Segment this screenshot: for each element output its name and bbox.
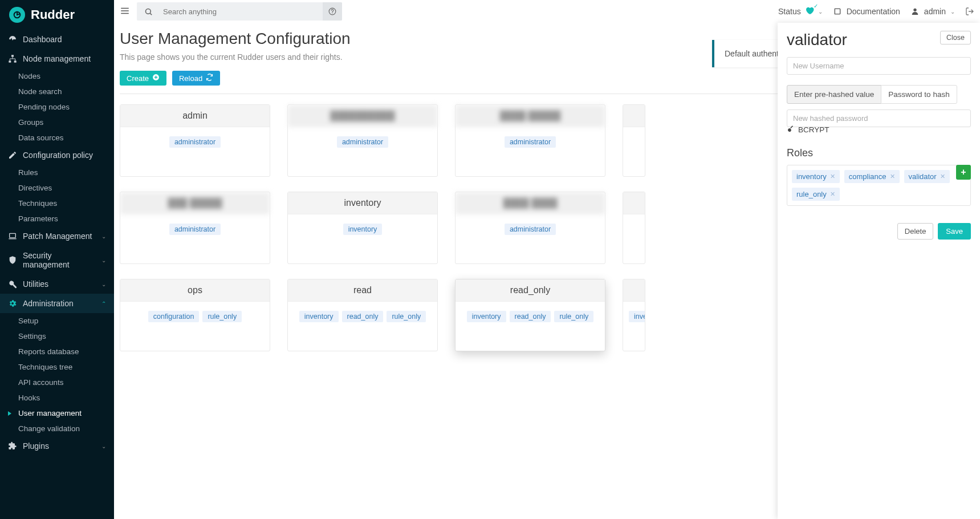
tab-password-to-hash[interactable]: Password to hash xyxy=(881,85,957,104)
user-card[interactable]: ████ █████administrator xyxy=(455,104,605,177)
delete-button[interactable]: Delete xyxy=(897,223,934,240)
user-card-roles: inventory xyxy=(288,214,437,263)
doc-label: Documentation xyxy=(847,7,900,16)
role-chip: validator✕ xyxy=(904,170,950,183)
user-card[interactable] xyxy=(623,192,645,264)
search-icon xyxy=(137,7,160,16)
user-card-roles xyxy=(623,127,645,165)
brand-logo[interactable]: Rudder xyxy=(0,0,114,30)
user-card[interactable]: invento xyxy=(623,279,645,351)
nav-sub-user-management[interactable]: User management xyxy=(0,406,114,421)
menu-toggle-icon[interactable] xyxy=(120,6,131,18)
role-tag: invento xyxy=(629,311,645,322)
user-card[interactable]: adminadministrator xyxy=(120,104,270,177)
role-tag: read_only xyxy=(342,311,384,322)
status-label: Status xyxy=(778,7,801,16)
user-card-roles: administrator xyxy=(288,127,437,176)
user-card-name xyxy=(623,105,645,127)
nav-sub-techniques-tree[interactable]: Techniques tree xyxy=(0,359,114,375)
user-card[interactable]: inventoryinventory xyxy=(287,192,438,264)
tab-prehashed[interactable]: Enter pre-hashed value xyxy=(787,85,881,104)
reload-label: Reload xyxy=(179,74,202,83)
search-input[interactable] xyxy=(160,7,323,16)
remove-role-icon[interactable]: ✕ xyxy=(830,190,835,198)
remove-role-icon[interactable]: ✕ xyxy=(940,173,945,180)
save-button[interactable]: Save xyxy=(938,223,971,240)
role-tag: rule_only xyxy=(387,311,426,322)
logo-icon xyxy=(9,7,25,23)
svg-point-5 xyxy=(145,9,151,14)
user-card-name: admin xyxy=(120,105,270,127)
user-card[interactable]: ██████████administrator xyxy=(287,104,438,177)
search-help-icon[interactable] xyxy=(323,2,342,21)
laptop-icon xyxy=(8,232,17,241)
nav-security-management[interactable]: Security management ⌄ xyxy=(0,246,114,274)
user-card[interactable]: ███ █████administrator xyxy=(120,192,270,264)
nav-utilities[interactable]: Utilities ⌄ xyxy=(0,274,114,294)
role-chip-label: validator xyxy=(909,172,937,181)
nav-patch-management[interactable]: Patch Management ⌄ xyxy=(0,226,114,246)
username-input[interactable] xyxy=(787,57,971,75)
nav-sub-reports-database[interactable]: Reports database xyxy=(0,344,114,359)
nav-sub-api-accounts[interactable]: API accounts xyxy=(0,375,114,390)
nav-plugins[interactable]: Plugins ⌄ xyxy=(0,436,114,456)
documentation-link[interactable]: Documentation xyxy=(833,7,900,16)
book-icon xyxy=(833,7,842,16)
nav-node-management[interactable]: Node management xyxy=(0,49,114,68)
nav-sub-setup[interactable]: Setup xyxy=(0,313,114,329)
role-tag: rule_only xyxy=(202,311,242,322)
reload-button[interactable]: Reload xyxy=(172,71,220,86)
role-tag: administrator xyxy=(505,224,556,235)
user-card[interactable]: ████ ████administrator xyxy=(455,192,605,264)
user-card-roles: configurationrule_only xyxy=(120,302,270,351)
nav-sub-nodes[interactable]: Nodes xyxy=(0,68,114,84)
status-indicator[interactable]: Status ✓ ⌄ xyxy=(778,5,823,18)
role-tag: administrator xyxy=(169,224,221,235)
user-card[interactable]: readinventoryread_onlyrule_only xyxy=(287,279,438,351)
nav-administration[interactable]: Administration ⌃ xyxy=(0,294,114,313)
nav-sub-techniques[interactable]: Techniques xyxy=(0,196,114,211)
nav-label: Configuration policy xyxy=(23,151,93,160)
svg-rect-1 xyxy=(11,55,14,56)
user-card[interactable]: read_onlyinventoryread_onlyrule_only xyxy=(455,279,605,351)
nav-sub-data-sources[interactable]: Data sources xyxy=(0,130,114,145)
role-tag: inventory xyxy=(299,311,339,322)
panel-title: validator xyxy=(787,31,847,49)
nav-sub-directives[interactable]: Directives xyxy=(0,180,114,196)
heartbeat-icon: ✓ xyxy=(804,5,815,18)
nav-sub-parameters[interactable]: Parameters xyxy=(0,211,114,226)
nav-dashboard[interactable]: Dashboard xyxy=(0,30,114,49)
nav-label: Security management xyxy=(23,251,96,269)
remove-role-icon[interactable]: ✕ xyxy=(890,173,895,180)
nav-config-policy[interactable]: Configuration policy xyxy=(0,145,114,165)
refresh-icon xyxy=(206,74,213,83)
chevron-down-icon: ⌄ xyxy=(950,9,955,15)
chevron-down-icon: ⌄ xyxy=(101,281,106,287)
nav-sub-node-search[interactable]: Node search xyxy=(0,84,114,99)
password-input[interactable] xyxy=(787,110,971,127)
nav-sub-change-validation[interactable]: Change validation xyxy=(0,421,114,436)
hash-algorithm: BCRYPT xyxy=(798,125,829,134)
svg-point-7 xyxy=(913,9,916,11)
nav-sub-hooks[interactable]: Hooks xyxy=(0,390,114,406)
role-chip: compliance✕ xyxy=(844,170,900,183)
logout-icon[interactable] xyxy=(965,7,974,16)
remove-role-icon[interactable]: ✕ xyxy=(830,173,835,180)
puzzle-icon xyxy=(8,441,17,451)
shield-icon xyxy=(8,256,17,265)
create-button[interactable]: Create xyxy=(120,71,166,86)
role-chip: inventory✕ xyxy=(792,170,840,183)
nav-sub-pending-nodes[interactable]: Pending nodes xyxy=(0,99,114,115)
nav-sub-rules[interactable]: Rules xyxy=(0,165,114,180)
user-card[interactable]: opsconfigurationrule_only xyxy=(120,279,270,351)
chevron-down-icon: ⌄ xyxy=(101,443,106,449)
close-button[interactable]: Close xyxy=(940,31,971,44)
nav-label: Dashboard xyxy=(23,35,62,44)
user-menu[interactable]: admin ⌄ xyxy=(910,7,955,16)
user-card[interactable] xyxy=(623,104,645,177)
role-chip: rule_only✕ xyxy=(792,188,840,201)
nav-sub-groups[interactable]: Groups xyxy=(0,115,114,130)
topbar: Status ✓ ⌄ Documentation admin ⌄ xyxy=(114,0,980,23)
add-role-button[interactable]: + xyxy=(956,165,971,180)
nav-sub-settings[interactable]: Settings xyxy=(0,329,114,344)
